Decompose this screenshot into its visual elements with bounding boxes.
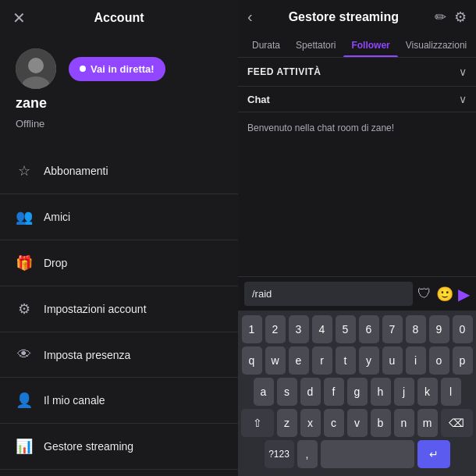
key-⌫[interactable]: ⌫ — [441, 409, 474, 437]
key-u[interactable]: u — [382, 346, 403, 375]
left-panel: ✕ Account Vai in diretta! zane Offline ☆… — [0, 0, 238, 476]
header-icons: ✏ ⚙ — [435, 9, 467, 26]
key-v[interactable]: v — [347, 409, 368, 437]
tabs-row: DurataSpettatoriFollowerVisualizzazioni — [238, 34, 476, 58]
key-8[interactable]: 8 — [406, 315, 426, 343]
settings-icon[interactable]: ⚙ — [454, 9, 467, 26]
feed-label: FEED ATTIVITÀ — [247, 66, 321, 77]
tab-spettatori[interactable]: Spettatori — [288, 34, 343, 57]
right-title: Gestore streaming — [259, 10, 428, 24]
key-1[interactable]: 1 — [242, 315, 262, 343]
key-3[interactable]: 3 — [289, 315, 309, 343]
right-header: ‹ Gestore streaming ✏ ⚙ — [238, 0, 476, 34]
key-h[interactable]: h — [371, 378, 391, 406]
key-f[interactable]: f — [324, 378, 344, 406]
username: zane — [16, 95, 47, 112]
divider-gestore-streaming — [0, 469, 238, 470]
key-5[interactable]: 5 — [336, 315, 356, 343]
close-icon[interactable]: ✕ — [12, 9, 26, 27]
key-i[interactable]: i — [406, 346, 426, 375]
chat-input[interactable] — [244, 282, 413, 306]
divider-abbonamenti — [0, 194, 238, 194]
key-0[interactable]: 0 — [453, 315, 473, 343]
divider-il-mio-canale — [0, 423, 238, 424]
key-?123[interactable]: ?123 — [265, 440, 294, 468]
amici-icon: 👥 — [16, 208, 33, 226]
tab-durata[interactable]: Durata — [244, 34, 288, 57]
right-panel: ‹ Gestore streaming ✏ ⚙ DurataSpettatori… — [238, 0, 476, 476]
live-button[interactable]: Vai in diretta! — [69, 57, 165, 81]
shield-icon[interactable]: 🛡 — [417, 286, 432, 302]
imposta-presenza-label: Imposta presenza — [44, 349, 130, 361]
profile-section: Vai in diretta! zane Offline — [0, 36, 238, 142]
menu-item-drop[interactable]: 🎁 Drop — [0, 243, 238, 282]
key-↵[interactable]: ↵ — [417, 440, 450, 468]
back-icon[interactable]: ‹ — [247, 8, 253, 26]
key-a[interactable]: a — [254, 378, 274, 406]
divider-imposta-presenza — [0, 377, 238, 378]
left-header: ✕ Account — [0, 0, 238, 36]
key-t[interactable]: t — [336, 346, 356, 375]
chat-area: Benvenuto nella chat room di zane! — [238, 112, 476, 276]
menu-item-amici[interactable]: 👥 Amici — [0, 197, 238, 236]
feed-chevron-icon: ∨ — [459, 66, 467, 78]
key-r[interactable]: r — [312, 346, 332, 375]
il-mio-canale-icon: 👤 — [16, 392, 33, 409]
key-s[interactable]: s — [277, 378, 297, 406]
il-mio-canale-label: Il mio canale — [44, 394, 105, 407]
status: Offline — [16, 118, 44, 130]
key-c[interactable]: c — [324, 409, 344, 437]
emoji-icon[interactable]: 🙂 — [436, 286, 453, 303]
key-x[interactable]: x — [300, 409, 321, 437]
send-icon[interactable]: ▶ — [458, 285, 470, 304]
key-m[interactable]: m — [417, 409, 438, 437]
drop-label: Drop — [44, 257, 67, 269]
menu-list: ☆ Abbonamenti 👥 Amici 🎁 Drop ⚙ Impostazi… — [0, 148, 238, 476]
key-p[interactable]: p — [453, 346, 473, 375]
key-6[interactable]: 6 — [359, 315, 379, 343]
key-b[interactable]: b — [371, 409, 391, 437]
key-d[interactable]: d — [300, 378, 321, 406]
tab-follower[interactable]: Follower — [343, 34, 397, 57]
live-dot — [80, 66, 86, 72]
key-,[interactable]: , — [297, 440, 318, 468]
key-z[interactable]: z — [277, 409, 297, 437]
key-w[interactable]: w — [265, 346, 286, 375]
key-j[interactable]: j — [394, 378, 414, 406]
key-4[interactable]: 4 — [312, 315, 332, 343]
key-l[interactable]: l — [441, 378, 461, 406]
menu-item-abbonamenti[interactable]: ☆ Abbonamenti — [0, 151, 238, 190]
chat-label: Chat — [247, 94, 270, 105]
profile-top: Vai in diretta! — [16, 48, 222, 89]
feed-section[interactable]: FEED ATTIVITÀ ∨ — [238, 58, 476, 87]
key-2[interactable]: 2 — [265, 315, 286, 343]
impostazioni-account-icon: ⚙ — [16, 300, 33, 318]
key-g[interactable]: g — [347, 378, 368, 406]
key-7[interactable]: 7 — [382, 315, 403, 343]
gestore-streaming-label: Gestore streaming — [44, 440, 133, 453]
edit-icon[interactable]: ✏ — [435, 9, 446, 26]
chat-section-header[interactable]: Chat ∨ — [238, 87, 476, 112]
chat-icons: 🛡 🙂 ▶ — [417, 285, 470, 304]
key-y[interactable]: y — [359, 346, 379, 375]
menu-item-imposta-presenza[interactable]: 👁 Imposta presenza — [0, 336, 238, 374]
chat-input-row: 🛡 🙂 ▶ — [238, 276, 476, 311]
menu-item-il-mio-canale[interactable]: 👤 Il mio canale — [0, 381, 238, 420]
key-n[interactable]: n — [394, 409, 414, 437]
key-o[interactable]: o — [429, 346, 449, 375]
key-⇧[interactable]: ⇧ — [241, 409, 274, 437]
menu-item-impostazioni-account[interactable]: ⚙ Impostazioni account — [0, 290, 238, 329]
live-button-label: Vai in diretta! — [91, 63, 155, 75]
svg-point-1 — [28, 58, 44, 73]
key-9[interactable]: 9 — [429, 315, 449, 343]
key-row-4: ?123, ↵ — [241, 440, 473, 468]
key-e[interactable]: e — [289, 346, 309, 375]
key-space[interactable] — [321, 440, 414, 468]
abbonamenti-icon: ☆ — [16, 162, 33, 179]
divider-drop — [0, 286, 238, 286]
menu-item-gestore-streaming[interactable]: 📊 Gestore streaming — [0, 427, 238, 466]
tab-visualizzazioni[interactable]: Visualizzazioni — [398, 34, 475, 57]
key-k[interactable]: k — [417, 378, 438, 406]
key-q[interactable]: q — [242, 346, 262, 375]
keyboard: 1234567890qwertyuiopasdfghjkl⇧zxcvbnm⌫?1… — [238, 311, 476, 476]
